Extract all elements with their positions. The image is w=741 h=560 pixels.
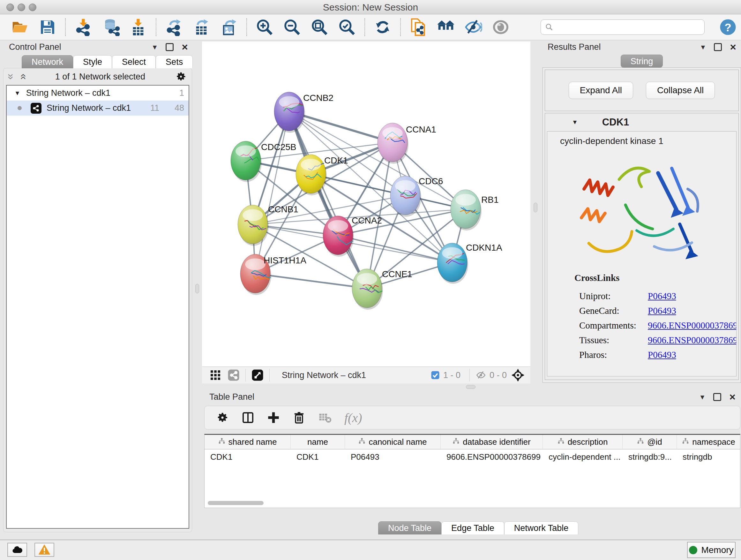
- tab-network-table[interactable]: Network Table: [504, 521, 579, 535]
- create-column-plus-icon[interactable]: [267, 411, 280, 424]
- column-header-id[interactable]: @id: [623, 435, 677, 449]
- table-cell[interactable]: stringdb: [677, 452, 740, 462]
- network-options-gear-icon[interactable]: [175, 71, 187, 82]
- collection-expand-icon[interactable]: ▼: [14, 90, 20, 97]
- network-canvas[interactable]: CCNB2CCNA1CDC25BCDK1CDC6RB1CCNB1CCNA2CDK…: [202, 42, 530, 367]
- node-label-CCNB2: CCNB2: [303, 93, 333, 103]
- import-table-file-button[interactable]: [129, 18, 147, 37]
- control-panel-collapse-icon[interactable]: ▼: [151, 44, 158, 51]
- show-graphics-details-button[interactable]: [491, 18, 510, 37]
- zoom-selected-button[interactable]: [338, 18, 356, 37]
- expand-all-button[interactable]: Expand All: [569, 82, 633, 99]
- network-collection-row[interactable]: ▼ String Network – cdk1 1: [7, 85, 189, 101]
- tab-style[interactable]: Style: [73, 55, 112, 68]
- window-title: Session: New Session: [0, 0, 741, 14]
- string-app-icon: [30, 103, 42, 114]
- expand-all-networks-icon[interactable]: »: [19, 74, 25, 80]
- tab-node-table[interactable]: Node Table: [378, 521, 441, 535]
- memory-button[interactable]: Memory: [687, 542, 736, 558]
- tab-select[interactable]: Select: [112, 55, 156, 68]
- hide-unhide-button[interactable]: [464, 18, 482, 37]
- help-button[interactable]: ?: [719, 18, 737, 37]
- birds-eye-view-icon[interactable]: [252, 369, 264, 381]
- table-panel-float-icon[interactable]: [713, 393, 721, 401]
- network-node-CCNE1[interactable]: CCNE1: [352, 269, 412, 310]
- table-cell[interactable]: cyclin-dependent ...: [543, 452, 623, 462]
- show-columns-icon[interactable]: [242, 411, 254, 424]
- collection-count: 1: [164, 88, 189, 98]
- import-network-database-button[interactable]: [102, 18, 120, 37]
- network-node-CDK1[interactable]: CDK1: [296, 154, 348, 195]
- network-node-CCNB2[interactable]: CCNB2: [274, 92, 333, 133]
- refresh-button[interactable]: [374, 18, 392, 37]
- crosslink-link[interactable]: 9606.ENSP00000378699: [648, 320, 737, 331]
- fit-selected-crosshair-icon[interactable]: [511, 368, 525, 382]
- bottom-splitter-handle[interactable]: [466, 385, 475, 389]
- table-cell[interactable]: 9606.ENSP00000378699: [441, 452, 543, 462]
- warnings-button[interactable]: [35, 543, 54, 557]
- crosslink-link[interactable]: P06493: [648, 350, 676, 360]
- table-cell[interactable]: CDK1: [291, 452, 345, 462]
- tab-network[interactable]: Network: [22, 55, 73, 68]
- selected-checkbox-icon[interactable]: [430, 370, 440, 380]
- zoom-fit-button[interactable]: [310, 18, 329, 37]
- crosslink-link[interactable]: P06493: [648, 291, 676, 301]
- table-hscrollbar-thumb[interactable]: [208, 501, 264, 505]
- network-node-RB1[interactable]: RB1: [451, 190, 498, 231]
- column-header-sharedname[interactable]: shared name: [205, 435, 291, 449]
- column-header-databaseidentifier[interactable]: database identifier: [441, 435, 543, 449]
- zoom-in-button[interactable]: [255, 18, 274, 37]
- network-node-CDKN1A[interactable]: CDKN1A: [437, 243, 502, 284]
- crosslink-link[interactable]: P06493: [648, 306, 676, 316]
- network-node-CCNA1[interactable]: CCNA1: [378, 123, 436, 164]
- zoom-out-button[interactable]: [283, 18, 301, 37]
- save-session-button[interactable]: [38, 18, 57, 37]
- collapse-all-button[interactable]: Collapse All: [646, 82, 715, 99]
- table-panel-collapse-icon[interactable]: ▼: [699, 394, 705, 400]
- right-splitter-handle[interactable]: [534, 203, 537, 212]
- left-splitter-handle[interactable]: [195, 284, 199, 294]
- string-import-button[interactable]: [409, 18, 428, 37]
- network-node-HIST1H1A[interactable]: HIST1H1A: [240, 254, 307, 295]
- table-panel-close-icon[interactable]: ✕: [729, 394, 736, 400]
- cloud-button[interactable]: [7, 543, 27, 557]
- column-header-name[interactable]: name: [291, 435, 345, 449]
- column-header-description[interactable]: description: [543, 435, 623, 449]
- export-image-button[interactable]: [219, 18, 238, 37]
- tab-edge-table[interactable]: Edge Table: [441, 521, 504, 535]
- network-row[interactable]: String Network – cdk1 11 48: [7, 101, 189, 116]
- crosslinks-list: Uniprot:P06493GeneCard:P06493Compartment…: [579, 289, 737, 362]
- table-cell[interactable]: P06493: [345, 452, 441, 462]
- memory-status-dot: [689, 546, 697, 554]
- results-panel-close-icon[interactable]: ✕: [730, 44, 737, 51]
- home-networks-button[interactable]: [436, 18, 455, 37]
- string-view-icon[interactable]: [227, 369, 240, 381]
- open-session-button[interactable]: [11, 18, 29, 37]
- import-network-file-button[interactable]: [74, 18, 92, 37]
- column-header-namespace[interactable]: namespace: [677, 435, 740, 449]
- collapse-all-networks-icon[interactable]: »: [8, 74, 15, 80]
- results-panel-collapse-icon[interactable]: ▼: [699, 44, 706, 51]
- node-label-CDK1: CDK1: [324, 155, 348, 165]
- network-node-CCNB1[interactable]: CCNB1: [238, 204, 298, 246]
- table-row[interactable]: CDK1CDK1P064939606.ENSP00000378699cyclin…: [205, 449, 740, 464]
- tab-string[interactable]: String: [621, 55, 663, 68]
- crosslink-link[interactable]: 9606.ENSP00000378699: [648, 335, 737, 346]
- delete-column-trash-icon[interactable]: [293, 411, 306, 424]
- grid-view-icon[interactable]: [210, 369, 221, 381]
- export-network-button[interactable]: [165, 18, 183, 37]
- table-options-gear-icon[interactable]: [216, 411, 229, 424]
- export-table-button[interactable]: [192, 18, 211, 37]
- search-input[interactable]: [541, 19, 704, 35]
- gene-expand-icon[interactable]: ▼: [572, 119, 578, 126]
- column-header-canonicalname[interactable]: canonical name: [345, 435, 441, 449]
- table-cell[interactable]: stringdb:9...: [623, 452, 677, 462]
- tab-sets[interactable]: Sets: [156, 55, 193, 68]
- results-panel-float-icon[interactable]: [714, 43, 722, 51]
- crosslink-row: Compartments:9606.ENSP00000378699: [579, 318, 737, 333]
- control-panel-close-icon[interactable]: ✕: [181, 44, 188, 51]
- control-panel-float-icon[interactable]: [165, 43, 174, 51]
- network-node-CDC25B[interactable]: CDC25B: [231, 141, 296, 182]
- table-cell[interactable]: CDK1: [205, 452, 291, 462]
- hidden-eye-icon[interactable]: [475, 370, 486, 381]
